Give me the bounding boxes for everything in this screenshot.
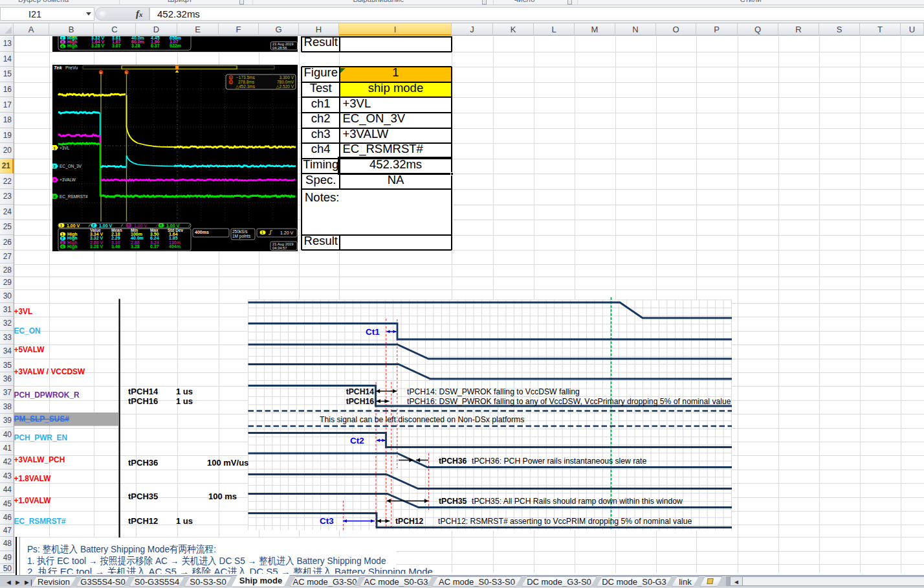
svg-text:tPCH12: tPCH12 bbox=[128, 516, 158, 526]
svg-text:1 us: 1 us bbox=[176, 516, 193, 526]
svg-text:1M points: 1M points bbox=[232, 234, 251, 239]
svg-text:EC_RSMRST#: EC_RSMRST# bbox=[60, 194, 88, 199]
svg-text:tPCH35: tPCH35 bbox=[439, 497, 467, 506]
svg-text:+3VALW: +3VALW bbox=[60, 177, 76, 182]
svg-text:Tek: Tek bbox=[54, 65, 62, 71]
svg-text:+3VALW_PCH: +3VALW_PCH bbox=[14, 455, 65, 464]
svg-text:Ct1: Ct1 bbox=[366, 327, 380, 337]
svg-text:High: High bbox=[67, 244, 78, 249]
svg-text:tPCH36: tPCH36 bbox=[128, 458, 158, 468]
svg-text:Ct3: Ct3 bbox=[320, 516, 334, 526]
svg-text:EC_RSMRST#: EC_RSMRST# bbox=[14, 517, 66, 526]
svg-text:b: b bbox=[126, 71, 127, 74]
svg-text:3.300 V: 3.300 V bbox=[280, 75, 294, 80]
svg-text:tPCH35: tPCH35 bbox=[128, 492, 158, 501]
svg-text:278.8ms: 278.8ms bbox=[238, 80, 255, 84]
svg-text:△452.3ms: △452.3ms bbox=[236, 84, 256, 89]
svg-text:6.37: 6.37 bbox=[151, 43, 160, 48]
svg-text:04:28:56: 04:28:56 bbox=[272, 46, 287, 50]
svg-text:tPCH12: RSMRST# asserting to V: tPCH12: RSMRST# asserting to VccPRIM dro… bbox=[438, 517, 692, 526]
svg-text:3.28: 3.28 bbox=[131, 244, 140, 249]
svg-text:1.00 V: 1.00 V bbox=[67, 223, 80, 228]
svg-text:3.28: 3.28 bbox=[131, 43, 140, 48]
svg-text:3.28 V: 3.28 V bbox=[91, 43, 105, 48]
svg-text:+5VALW: +5VALW bbox=[14, 345, 45, 354]
svg-text:tPCH16: tPCH16 bbox=[346, 397, 375, 406]
svg-text:tPCH12: tPCH12 bbox=[395, 517, 424, 526]
svg-text:tPCH35: All PCH Rails should r: tPCH35: All PCH Rails should ramp down w… bbox=[472, 497, 683, 506]
svg-text:+1.0VALW: +1.0VALW bbox=[14, 496, 52, 505]
svg-text:1 us: 1 us bbox=[176, 396, 193, 406]
svg-text:+1.8VALW: +1.8VALW bbox=[14, 474, 52, 483]
svg-text:tPCH36: tPCH36 bbox=[439, 457, 467, 466]
svg-text:6.37: 6.37 bbox=[150, 244, 159, 249]
svg-text:1.20 V: 1.20 V bbox=[280, 231, 294, 235]
svg-text:tPCH14: DSW_PWROK falling to V: tPCH14: DSW_PWROK falling to VccDSW fall… bbox=[407, 387, 580, 396]
svg-text:+3VALW / VCCDSW: +3VALW / VCCDSW bbox=[14, 367, 86, 376]
svg-text:tPCH14: tPCH14 bbox=[346, 387, 375, 396]
svg-text:404m: 404m bbox=[169, 244, 181, 249]
svg-text:tPCH14: tPCH14 bbox=[128, 387, 159, 396]
svg-text:tPCH36: PCH Power rails instan: tPCH36: PCH Power rails instantaneous sl… bbox=[472, 457, 646, 466]
svg-text:+3VL: +3VL bbox=[14, 307, 33, 316]
svg-text:a: a bbox=[230, 76, 232, 80]
svg-text:−173.5ms: −173.5ms bbox=[236, 75, 255, 80]
svg-text:Ct2: Ct2 bbox=[350, 436, 364, 446]
svg-text:This signal can be left discon: This signal can be left disconnected on … bbox=[320, 415, 524, 424]
svg-text:+3VL: +3VL bbox=[60, 146, 70, 150]
svg-text:3.67: 3.67 bbox=[112, 43, 121, 48]
svg-text:b: b bbox=[230, 80, 232, 84]
svg-text:tPCH16: tPCH16 bbox=[128, 396, 158, 406]
svg-text:PCH_DPWROK_R: PCH_DPWROK_R bbox=[14, 390, 80, 400]
svg-text:EC_ON_3V: EC_ON_3V bbox=[60, 164, 82, 169]
svg-text:PCH_PWR_EN: PCH_PWR_EN bbox=[14, 433, 68, 442]
svg-text:100 ms: 100 ms bbox=[208, 492, 237, 501]
svg-text:780.0mV: 780.0mV bbox=[277, 80, 294, 84]
svg-text:922m: 922m bbox=[170, 43, 181, 48]
svg-text:PM_SLP_SUS#: PM_SLP_SUS# bbox=[14, 414, 70, 424]
svg-text:400ms: 400ms bbox=[195, 230, 209, 234]
svg-text:EC_ON: EC_ON bbox=[14, 326, 41, 335]
svg-text:250kS/s: 250kS/s bbox=[232, 229, 248, 234]
svg-text:3.28 V: 3.28 V bbox=[90, 244, 104, 249]
svg-text:100 mV/us: 100 mV/us bbox=[207, 458, 248, 468]
svg-text:△2.520 V: △2.520 V bbox=[276, 84, 294, 89]
svg-text:tPCH16: DSW_PWROK falling to a: tPCH16: DSW_PWROK falling to any of VccD… bbox=[407, 397, 731, 406]
svg-text:1 us: 1 us bbox=[176, 387, 193, 396]
svg-text:04:34:57: 04:34:57 bbox=[272, 246, 287, 250]
svg-text:1.00 V: 1.00 V bbox=[99, 223, 113, 228]
svg-text:PreVu: PreVu bbox=[65, 65, 78, 70]
svg-text:High: High bbox=[67, 43, 78, 49]
svg-text:3.46: 3.46 bbox=[111, 244, 120, 249]
